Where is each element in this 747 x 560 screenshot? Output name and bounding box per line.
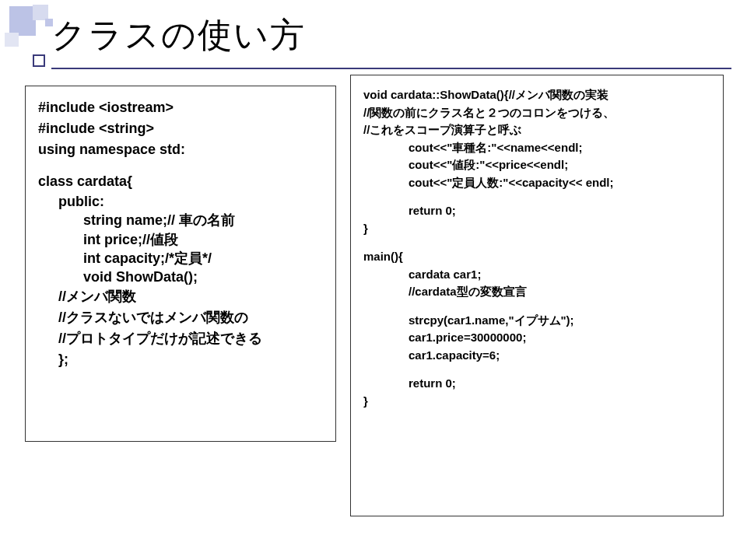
code-line: car1.capacity=6; (363, 347, 710, 365)
content-columns: #include <iostream> #include <string> us… (25, 86, 725, 516)
code-line: cout<<"車種名:"<<name<<endl; (363, 139, 710, 157)
slide-title: クラスの使い方 (51, 9, 731, 66)
code-line: }; (38, 349, 323, 370)
code-line: car1.price=30000000; (363, 329, 710, 347)
code-line: void ShowData(); (38, 268, 323, 286)
code-line: //これをスコープ演算子と呼ぶ (363, 121, 710, 139)
code-box-left: #include <iostream> #include <string> us… (25, 86, 336, 442)
code-line: strcpy(car1.name,"イプサム"); (363, 312, 710, 330)
code-line: main(){ (363, 248, 710, 266)
code-line: cardata car1; (363, 266, 710, 284)
code-box-right: void cardata::ShowData(){//メンバ関数の実装 //関数… (350, 75, 724, 516)
code-line: //クラスないではメンバ関数の (38, 307, 323, 328)
code-line: #include <iostream> (38, 97, 323, 118)
code-line: #include <string> (38, 118, 323, 139)
code-line: //プロトタイプだけが記述できる (38, 328, 323, 349)
slide: クラスの使い方 #include <iostream> #include <st… (0, 0, 747, 560)
code-line: return 0; (363, 375, 710, 393)
code-line: using namespace std: (38, 139, 323, 160)
title-bullet-icon (33, 54, 45, 67)
code-line: //メンバ関数 (38, 286, 323, 307)
code-line: cout<<"値段:"<<price<<endl; (363, 156, 710, 174)
code-line: string name;// 車の名前 (38, 211, 323, 229)
title-underline (51, 68, 731, 69)
code-line: class cardata{ (38, 171, 323, 192)
code-line: //関数の前にクラス名と２つのコロンをつける、 (363, 104, 710, 122)
title-area: クラスの使い方 (51, 9, 731, 69)
code-line: } (363, 220, 710, 238)
code-line: void cardata::ShowData(){//メンバ関数の実装 (363, 86, 710, 104)
code-line: public: (38, 192, 323, 211)
code-line: cout<<"定員人数:"<<capacity<< endl; (363, 174, 710, 192)
code-line: } (363, 393, 710, 411)
code-line: int capacity;/*定員*/ (38, 249, 323, 268)
code-line: int price;//値段 (38, 230, 323, 249)
code-line: return 0; (363, 202, 710, 220)
code-line: //cardata型の変数宣言 (363, 283, 710, 301)
